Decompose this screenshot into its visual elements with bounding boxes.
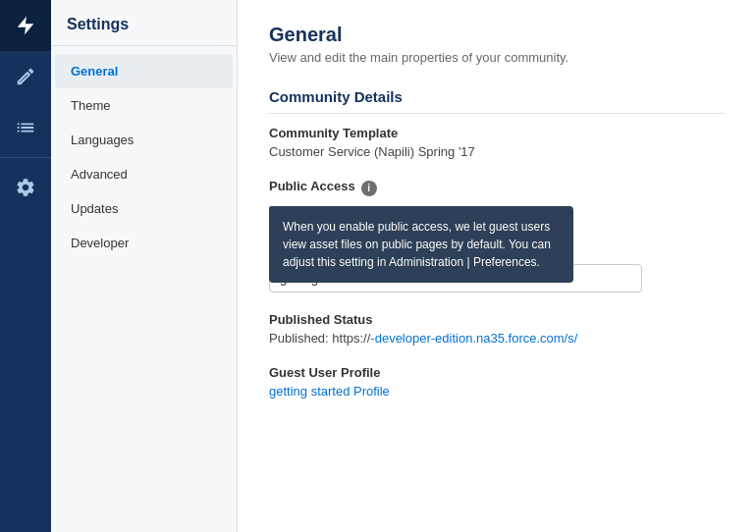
sidebar-item-developer[interactable]: Developer [51, 226, 237, 260]
public-access-row: Public Access i When you enable public a… [269, 179, 725, 197]
edit-nav-item[interactable] [0, 51, 51, 102]
sidebar-link-general[interactable]: General [55, 54, 233, 88]
lightning-nav-item[interactable] [0, 0, 51, 51]
sidebar-link-advanced[interactable]: Advanced [55, 157, 233, 191]
guest-user-profile-label: Guest User Profile [269, 365, 725, 380]
community-template-field: Community Template Customer Service (Nap… [269, 126, 725, 159]
sidebar-link-developer[interactable]: Developer [55, 226, 233, 260]
sidebar-item-theme[interactable]: Theme [51, 88, 237, 123]
published-status-label: Published Status [269, 312, 725, 327]
lightning-icon [15, 15, 36, 36]
icon-bar [0, 0, 51, 532]
guest-user-profile-link[interactable]: getting started Profile [269, 384, 390, 399]
published-prefix: Published: https:// [269, 331, 370, 346]
sidebar-nav: General Theme Languages Advanced Updates… [51, 46, 237, 268]
published-status-field: Published Status Published: https://-dev… [269, 312, 725, 346]
sidebar-header: Settings [51, 0, 237, 46]
public-access-tooltip: When you enable public access, we let gu… [269, 206, 573, 283]
sidebar-link-theme[interactable]: Theme [55, 88, 233, 123]
sidebar-item-updates[interactable]: Updates [51, 191, 237, 226]
list-icon [15, 117, 36, 138]
gear-icon [15, 177, 36, 198]
page-subtitle: View and edit the main properties of you… [269, 50, 725, 65]
public-access-field: Public Access i When you enable public a… [269, 179, 725, 220]
sidebar: Settings General Theme Languages Advance… [51, 0, 238, 532]
sidebar-link-updates[interactable]: Updates [55, 191, 233, 226]
gear-nav-item[interactable] [0, 162, 51, 213]
published-status-value: Published: https://-developer-edition.na… [269, 331, 725, 346]
sidebar-item-general[interactable]: General [51, 54, 237, 88]
nav-divider [0, 157, 51, 158]
main-content: General View and edit the main propertie… [238, 0, 756, 532]
edit-icon [15, 66, 36, 87]
sidebar-link-languages[interactable]: Languages [55, 123, 233, 157]
list-nav-item[interactable] [0, 102, 51, 153]
published-link[interactable]: -developer-edition.na35.force.com/s/ [370, 331, 577, 346]
section-title: Community Details [269, 88, 725, 114]
guest-user-profile-field: Guest User Profile getting started Profi… [269, 365, 725, 399]
public-access-label: Public Access [269, 179, 355, 193]
info-icon[interactable]: i [361, 181, 377, 196]
page-title: General [269, 24, 725, 46]
community-template-label: Community Template [269, 126, 725, 140]
sidebar-item-languages[interactable]: Languages [51, 123, 237, 157]
sidebar-item-advanced[interactable]: Advanced [51, 157, 237, 191]
community-template-value: Customer Service (Napili) Spring '17 [269, 144, 725, 159]
